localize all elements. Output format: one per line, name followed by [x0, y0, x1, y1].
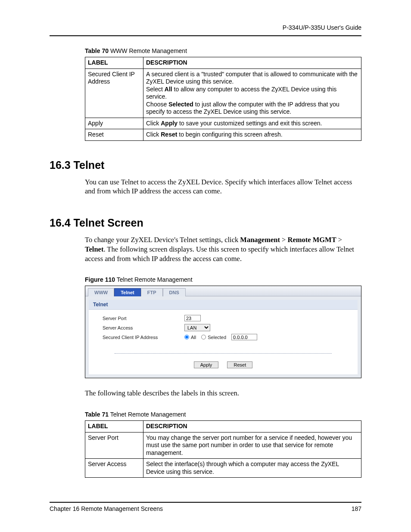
txt-bold: All [165, 86, 172, 93]
txt-bold: Remote MGMT [288, 236, 336, 244]
t70-r0-p2: Choose Selected to just allow the comput… [146, 101, 358, 116]
txt-bold: Selected [168, 101, 193, 108]
telnet-panel-title: Telnet [89, 300, 358, 310]
txt: Click [146, 131, 161, 138]
reset-button[interactable]: Reset [227, 361, 252, 368]
table-row: Server Access Select the interface(s) th… [85, 459, 361, 478]
tab-www[interactable]: WWW [88, 288, 114, 296]
footer-rule [50, 502, 361, 503]
table71: LABEL DESCRIPTION Server Port You may ch… [85, 420, 361, 478]
apply-button[interactable]: Apply [194, 361, 219, 368]
txt: to begin configuring this screen afresh. [177, 131, 282, 138]
txt: Select [146, 86, 165, 93]
radio-all[interactable] [184, 335, 189, 339]
row-server-port: Server Port [103, 315, 349, 321]
txt: to save your customized settings and exi… [177, 120, 322, 127]
footer-page-number: 187 [352, 505, 361, 512]
radio-selected-label: Selected [208, 335, 226, 340]
telnet-panel-body: Server Port Server Access LAN Secured Cl… [89, 310, 358, 347]
tab-bar: WWW Telnet FTP DNS [85, 286, 361, 296]
table70-r0-desc: A secured client is a "trusted" computer… [143, 68, 361, 118]
t70-r0-p1: Select All to allow any computer to acce… [146, 86, 358, 101]
table70-th-label: LABEL [85, 57, 143, 69]
txt-bold: Apply [161, 120, 177, 127]
row-secured-ip: Secured Client IP Address All Selected [103, 334, 349, 340]
body-16-4: To change your ZyXEL Device's Telnet set… [85, 235, 361, 263]
table70-r1-desc: Click Apply to save your customized sett… [143, 118, 361, 129]
table71-th-label: LABEL [85, 421, 143, 432]
radio-selected[interactable] [201, 335, 206, 339]
table71-caption-title: Telnet Remote Management [109, 411, 186, 418]
table71-th-desc: DESCRIPTION [143, 421, 361, 432]
ip-input[interactable] [231, 334, 257, 340]
body-16-3: You can use Telnet to access the ZyXEL D… [85, 177, 361, 196]
table-row: Secured Client IP Address A secured clie… [85, 68, 361, 118]
table70: LABEL DESCRIPTION Secured Client IP Addr… [85, 57, 361, 141]
table-row: Reset Click Reset to begin configuring t… [85, 129, 361, 141]
table70-r2-label: Reset [85, 129, 143, 141]
server-port-input[interactable] [184, 315, 201, 321]
heading-16-3: 16.3 Telnet [50, 159, 361, 171]
txt: > [280, 236, 288, 244]
table-row: Server Port You may change the server po… [85, 432, 361, 459]
txt: to allow any computer to access the ZyXE… [146, 86, 336, 100]
txt: . The following screen displays. Use thi… [85, 245, 354, 263]
after-figure-text: The following table describes the labels… [85, 389, 361, 398]
table71-r1-desc: Select the interface(s) through which a … [143, 459, 361, 478]
figure110-caption: Figure 110 Telnet Remote Management [85, 276, 361, 283]
table70-r1-label: Apply [85, 118, 143, 129]
table70-caption-num: Table 70 [85, 47, 109, 54]
row-server-access: Server Access LAN [103, 324, 349, 331]
table70-r2-desc: Click Reset to begin configuring this sc… [143, 129, 361, 141]
radio-all-wrap[interactable]: All [184, 335, 196, 340]
txt: Click [146, 120, 161, 127]
tab-dns[interactable]: DNS [163, 288, 186, 296]
table70-r0-label: Secured Client IP Address [85, 68, 143, 118]
txt-bold: Reset [161, 131, 177, 138]
figure110-caption-num: Figure 110 [85, 276, 115, 283]
txt: > [336, 236, 342, 244]
header-rule [50, 35, 361, 36]
running-header: P-334U/P-335U User's Guide [50, 24, 361, 31]
label-secured-ip: Secured Client IP Address [103, 335, 184, 340]
table71-r0-label: Server Port [85, 432, 143, 459]
radio-all-label: All [191, 335, 196, 340]
server-access-select[interactable]: LAN [184, 324, 210, 331]
table-row: Apply Click Apply to save your customize… [85, 118, 361, 129]
table71-caption-num: Table 71 [85, 411, 109, 418]
table70-caption: Table 70 WWW Remote Management [85, 47, 361, 54]
telnet-panel: Telnet Server Port Server Access LAN Sec… [89, 300, 358, 374]
footer-chapter: Chapter 16 Remote Management Screens [50, 505, 163, 512]
figure110-caption-title: Telnet Remote Management [115, 276, 193, 283]
txt: To change your ZyXEL Device's Telnet set… [85, 236, 240, 244]
radio-selected-wrap[interactable]: Selected [201, 335, 226, 340]
button-row: Apply Reset [89, 358, 358, 374]
txt-bold: Telnet [85, 245, 103, 253]
page-footer: Chapter 16 Remote Management Screens 187 [50, 502, 361, 512]
heading-16-4: 16.4 Telnet Screen [50, 217, 361, 229]
dotted-divider [115, 353, 332, 354]
table71-r0-desc: You may change the server port number fo… [143, 432, 361, 459]
table70-caption-title: WWW Remote Management [109, 47, 187, 54]
t70-r0-p0: A secured client is a "trusted" computer… [146, 71, 358, 86]
table71-caption: Table 71 Telnet Remote Management [85, 411, 361, 418]
tab-ftp[interactable]: FTP [141, 288, 163, 296]
label-server-port: Server Port [103, 316, 184, 321]
txt: Choose [146, 101, 168, 108]
figure110-screenshot: WWW Telnet FTP DNS Telnet Server Port Se… [85, 286, 361, 378]
table70-th-desc: DESCRIPTION [143, 57, 361, 69]
txt-bold: Management [240, 236, 280, 244]
table71-r1-label: Server Access [85, 459, 143, 478]
label-server-access: Server Access [103, 325, 184, 330]
tab-telnet[interactable]: Telnet [114, 288, 141, 296]
